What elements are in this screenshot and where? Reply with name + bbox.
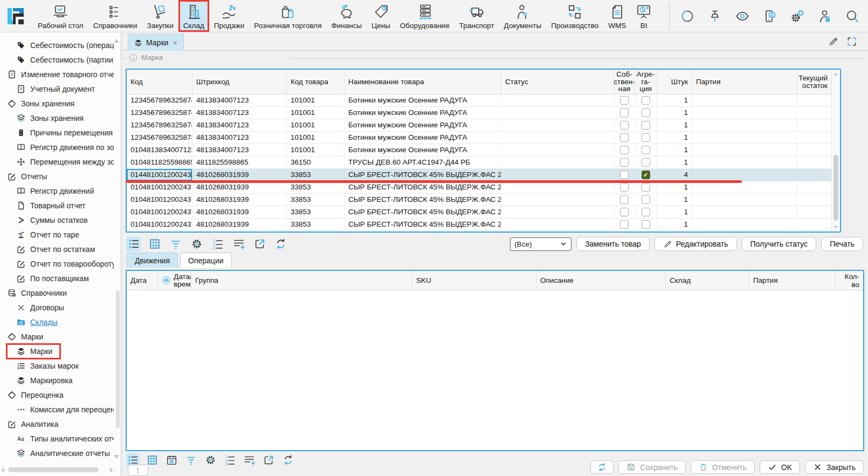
cell-code[interactable]: 014481001200243511... (127, 169, 192, 181)
aggregation-checkbox[interactable] (642, 171, 650, 179)
open-external-button[interactable] (262, 453, 275, 467)
top-nav-item[interactable]: Розничная торговля (249, 0, 326, 32)
sidebar-item[interactable]: Переоценка (0, 387, 114, 402)
sidebar-item[interactable]: Себестоимость (операции (0, 38, 114, 52)
top-nav-item[interactable]: $Цены (367, 0, 395, 32)
cell-sku_name[interactable]: СЫР БРЕСТ-ЛИТОВСК 45% ВЫДЕРЖ.ФАС 200... (345, 181, 501, 193)
cell-status[interactable] (501, 206, 614, 218)
cell-batch[interactable] (692, 157, 797, 168)
cell-code[interactable]: 010481182559886521... (127, 157, 192, 168)
cell-qty[interactable]: 1 (657, 107, 692, 119)
top-nav-item-active[interactable]: Склад (178, 0, 209, 32)
cell-sku_name[interactable]: Ботинки мужские Осенние РАДУГА (345, 144, 501, 156)
top-nav-item[interactable]: Производство (546, 0, 603, 32)
sidebar-item[interactable]: По поставщикам (0, 271, 114, 285)
cell-own[interactable] (614, 94, 635, 106)
fullscreen-button[interactable] (846, 36, 857, 47)
sidebar-item[interactable]: Марки (0, 344, 114, 358)
table-vertical-scrollbar[interactable] (831, 70, 840, 232)
top-nav-item[interactable]: Справочники (88, 0, 142, 32)
sidebar-item[interactable]: AaТипы аналитических отчет (0, 431, 114, 446)
cell-batch[interactable] (692, 94, 797, 106)
cell-sku_code[interactable]: 33853 (287, 181, 345, 193)
cell-qty[interactable]: 1 (657, 194, 692, 206)
cell-qty[interactable]: 1 (657, 132, 692, 144)
cell-sku_name[interactable]: СЫР БРЕСТ-ЛИТОВСК 45% ВЫДЕРЖ.ФАС 200... (345, 219, 501, 230)
cell-sku_code[interactable]: 101001 (287, 144, 345, 156)
cell-status[interactable] (501, 169, 614, 181)
sidebar-item[interactable]: Перемещения между зона (0, 154, 114, 169)
aggregation-checkbox[interactable] (642, 183, 650, 192)
cell-barcode[interactable]: 4810268031939 (192, 194, 287, 206)
cell-batch[interactable] (692, 107, 797, 119)
settings-gear-button[interactable] (189, 237, 204, 251)
close-button[interactable]: Закрыть (805, 460, 864, 474)
own-checkbox[interactable] (620, 121, 629, 130)
cell-code[interactable]: 123456789632587412... (127, 132, 192, 144)
cell-qty[interactable]: 1 (657, 119, 692, 131)
cell-own[interactable] (614, 219, 635, 230)
aggregation-checkbox[interactable] (642, 96, 650, 105)
scrollbar-thumb[interactable] (833, 155, 838, 221)
cancel-button[interactable]: Отменить (691, 460, 755, 474)
cell-code[interactable]: 010481383400712321... (127, 144, 192, 156)
column-header[interactable]: Код (127, 70, 192, 94)
sidebar-item[interactable]: Суммы остатков (0, 213, 114, 227)
add-row-button[interactable] (243, 453, 256, 467)
sidebar-item[interactable]: Отчет по остаткам (0, 242, 114, 256)
cell-sku_name[interactable]: ТРУСЫ ДЕВ.60 АРТ.4С1947-Д44 РБ (345, 157, 501, 168)
cell-aggregated[interactable] (635, 219, 657, 230)
top-nav-item[interactable]: BI (631, 0, 657, 32)
edit-button[interactable]: Редактировать (655, 237, 737, 251)
table-row[interactable]: 010481182559886521...481182559886536150Т… (127, 157, 831, 169)
table-row[interactable]: 010481383400712321...4813834007123101001… (127, 144, 831, 157)
numbered-list-button[interactable]: 123 (210, 237, 225, 251)
cell-aggregated[interactable] (635, 107, 657, 119)
cell-current_balance[interactable] (797, 206, 831, 218)
table-row[interactable]: 010481001200243721...481026803193933853С… (127, 181, 831, 194)
grid-view-button[interactable] (146, 453, 159, 467)
cell-code[interactable]: 010481001200243721... (127, 181, 192, 193)
table-row[interactable]: 010481001200243721...481026803193933853С… (127, 194, 831, 206)
cell-aggregated[interactable] (635, 181, 657, 193)
cell-batch[interactable] (692, 194, 797, 206)
cell-batch[interactable] (692, 181, 797, 193)
sidebar-item[interactable]: Товарный отчет (0, 198, 114, 213)
cell-batch[interactable] (692, 206, 797, 218)
tab-marki[interactable]: Марки × (128, 34, 184, 51)
cell-barcode[interactable]: 4810268031939 (192, 206, 287, 218)
own-checkbox[interactable] (620, 146, 629, 154)
cell-qty[interactable]: 1 (657, 181, 692, 193)
cell-own[interactable] (614, 181, 635, 193)
cell-sku_code[interactable]: 33853 (287, 169, 345, 181)
top-nav-item[interactable]: Оборудование (395, 0, 454, 32)
sidebar-item[interactable]: Изменение товарного отчета (0, 67, 114, 81)
scrollbar-thumb[interactable] (8, 467, 99, 472)
cell-sku_code[interactable]: 33853 (287, 219, 345, 230)
sidebar-horizontal-scrollbar[interactable] (1, 467, 113, 473)
aggregation-checkbox[interactable] (642, 146, 650, 154)
detail-tab[interactable]: Операции (180, 253, 232, 268)
cell-aggregated[interactable] (635, 132, 657, 144)
cell-batch[interactable] (692, 169, 797, 181)
numbered-list-button[interactable]: 123 (223, 453, 237, 467)
cell-status[interactable] (501, 157, 614, 168)
sidebar-item[interactable]: Учетный документ (0, 81, 114, 96)
cell-qty[interactable]: 1 (657, 219, 692, 230)
own-checkbox[interactable] (620, 171, 629, 179)
table-row[interactable]: 123456789632587412...4813834007123101001… (127, 94, 831, 107)
more-actions-button[interactable]: ⋮ (128, 465, 148, 476)
sidebar-item[interactable]: Отчет по таре (0, 227, 114, 242)
cell-qty[interactable]: 1 (657, 144, 692, 156)
column-header[interactable]: Описание (536, 271, 666, 290)
cell-barcode[interactable]: 4811825598865 (192, 157, 287, 168)
cell-own[interactable] (614, 194, 635, 206)
cell-current_balance[interactable] (797, 181, 831, 193)
cell-barcode[interactable]: 4813834007123 (192, 144, 287, 156)
sidebar-item[interactable]: Склады (0, 315, 114, 329)
sidebar-vertical-scrollbar[interactable] (116, 290, 120, 428)
aggregation-checkbox[interactable] (642, 133, 650, 142)
grid-view-button[interactable] (147, 237, 162, 251)
cell-qty[interactable]: 4 (657, 169, 692, 181)
filter-button[interactable] (168, 237, 183, 251)
